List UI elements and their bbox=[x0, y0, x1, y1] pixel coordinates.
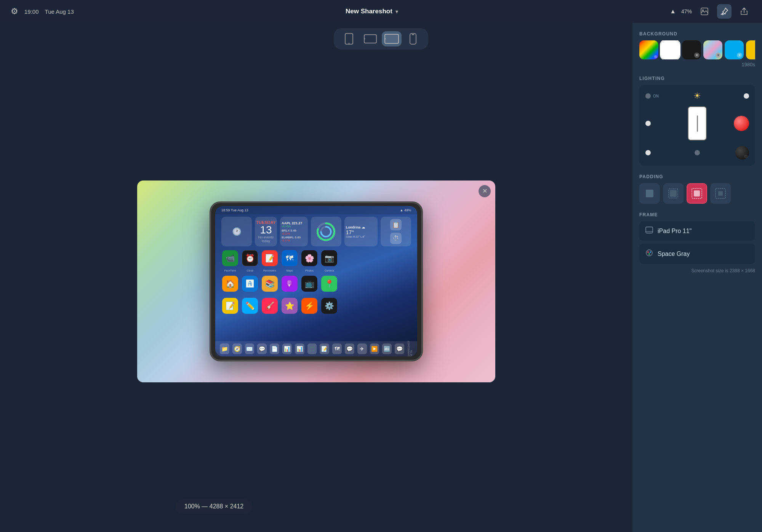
light-dot-topright[interactable] bbox=[744, 93, 749, 99]
instruments-icon: 🗺 bbox=[282, 250, 298, 266]
battery-indicator: 47% bbox=[681, 8, 692, 14]
settings-icon[interactable]: ⚙ bbox=[11, 6, 18, 16]
svg-rect-5 bbox=[364, 35, 376, 43]
app-title: New Shareshot bbox=[346, 8, 392, 15]
widget-weather: Londrina ☁ 17° Clear H:22° L:8° bbox=[344, 217, 378, 246]
red-light-dot[interactable] bbox=[734, 116, 749, 131]
freeform-icon: ✏️ bbox=[242, 298, 258, 314]
ipad-screen: 18:59 Tue Aug 13 ▲ 49% 🕐 TUESDAY 13 No e… bbox=[215, 206, 417, 356]
device-ipad-landscape[interactable] bbox=[360, 31, 380, 46]
dock-safari: 🧭 bbox=[232, 343, 242, 354]
wifi-icon: ▲ bbox=[670, 8, 676, 15]
topbar-center: New Shareshot ▾ bbox=[346, 8, 398, 15]
dock-mail: ✉️ bbox=[245, 343, 255, 354]
settings-app-icon: ⚙️ bbox=[321, 298, 337, 314]
title-dropdown-arrow[interactable]: ▾ bbox=[395, 9, 398, 14]
screenshot-size-container: Screenshot size is 2388 × 1668 bbox=[639, 267, 755, 274]
shortcuts-icon: ⚡ bbox=[301, 298, 317, 314]
findmy-icon: 📍 bbox=[321, 276, 337, 292]
swatch-gradient-1980s[interactable]: ☀ bbox=[703, 40, 722, 59]
svg-rect-10 bbox=[412, 34, 414, 35]
lighting-bottomleft bbox=[645, 150, 682, 155]
frame-color-label: Space Gray bbox=[658, 251, 690, 257]
svg-rect-15 bbox=[646, 190, 653, 197]
swatch-cyan[interactable]: ☀ bbox=[725, 40, 744, 59]
preview-card: ✕ 18:59 Tue Aug 13 ▲ 49% 🕐 TUESDAY bbox=[137, 181, 495, 382]
garageband-icon: 🎸 bbox=[262, 298, 278, 314]
imovie-icon: ⭐ bbox=[282, 298, 298, 314]
pin-button[interactable] bbox=[717, 4, 732, 19]
ipad-time: 18:59 Tue Aug 13 bbox=[221, 208, 248, 212]
ipad-app-grid: 📹 ⏰ 📝 🗺 🌸 📷 FaceTime Clock Reminders Map… bbox=[215, 249, 417, 315]
frame-device-option[interactable]: iPad Pro 11" bbox=[639, 221, 755, 241]
zoom-label: 100% — 4288 × 2412 bbox=[175, 499, 253, 514]
dock-messenger: 💬 bbox=[395, 343, 404, 354]
device-ipad-landscape-selected[interactable] bbox=[382, 31, 402, 46]
widget-circle bbox=[311, 217, 341, 246]
padding-small[interactable] bbox=[663, 183, 684, 204]
lighting-container: ON ☀ bbox=[639, 85, 755, 166]
padding-section: PADDING bbox=[639, 174, 755, 204]
reminders-icon: 📝 bbox=[262, 250, 278, 266]
dock-messages: 💬 bbox=[257, 343, 267, 354]
padding-title: PADDING bbox=[639, 174, 755, 179]
frame-title: FRAME bbox=[639, 212, 755, 217]
device-iphone[interactable] bbox=[403, 31, 423, 46]
close-icon: ✕ bbox=[482, 187, 487, 195]
svg-point-25 bbox=[647, 251, 649, 253]
home-icon: 🏠 bbox=[222, 276, 238, 292]
screenshot-size: Screenshot size is 2388 × 1668 bbox=[691, 268, 755, 273]
padding-none[interactable] bbox=[639, 183, 660, 204]
light-dot-midleft[interactable] bbox=[645, 121, 651, 126]
topbar-date: Tue Aug 13 bbox=[45, 8, 74, 15]
swatch-white[interactable] bbox=[661, 40, 680, 59]
appletv-icon: 📺 bbox=[301, 276, 317, 292]
lighting-section: LIGHTING ON ☀ bbox=[639, 76, 755, 166]
lighting-title: LIGHTING bbox=[639, 76, 755, 81]
padding-options bbox=[639, 183, 755, 204]
black-dot[interactable] bbox=[735, 146, 749, 160]
swatch-black[interactable]: ☀ bbox=[682, 40, 701, 59]
padding-medium[interactable] bbox=[687, 183, 707, 204]
dock-youtube: ▶️ bbox=[370, 343, 379, 354]
svg-rect-19 bbox=[694, 190, 700, 197]
share-button[interactable] bbox=[737, 4, 751, 19]
topbar: ⚙ 19:00 Tue Aug 13 New Shareshot ▾ ▲ 47% bbox=[0, 0, 762, 23]
lighting-topleft: ON bbox=[645, 93, 682, 99]
dock-numbers: 📊 bbox=[282, 343, 292, 354]
close-button[interactable]: ✕ bbox=[479, 185, 491, 197]
background-label: 1980s bbox=[639, 62, 755, 67]
svg-rect-21 bbox=[718, 191, 723, 196]
gallery-button[interactable] bbox=[697, 4, 712, 19]
sun-icon[interactable]: ☀ bbox=[693, 91, 701, 101]
widget-stocks: AAPL 221.27 +4.72% BRLX 5.46 -0.21% EURB… bbox=[280, 217, 308, 246]
widget-clock: 🕐 bbox=[221, 217, 252, 246]
dock-notes2: 📝 bbox=[320, 343, 329, 354]
lighting-midleft bbox=[645, 121, 682, 126]
lighting-on-label: ON bbox=[653, 94, 659, 98]
color-palette-icon bbox=[645, 249, 653, 259]
ipad-statusbar: 18:59 Tue Aug 13 ▲ 49% bbox=[215, 206, 417, 214]
lighting-bottomcenter bbox=[688, 150, 707, 155]
swatch-apple[interactable] bbox=[639, 40, 658, 59]
shareshot-watermark: SHARESHOT BETA bbox=[407, 340, 413, 356]
dock-files: 📁 bbox=[220, 343, 229, 354]
device-ipad-portrait[interactable] bbox=[339, 31, 359, 46]
background-title: BACKGROUND bbox=[639, 31, 755, 37]
swatch-yellow[interactable] bbox=[746, 40, 755, 59]
frame-color-option[interactable]: Space Gray bbox=[639, 244, 755, 264]
ipad-status-icons: ▲ 49% bbox=[400, 208, 411, 212]
photos-icon: 🌸 bbox=[301, 250, 317, 266]
background-swatches: ☀ ☀ ☀ bbox=[639, 40, 755, 59]
light-dot-bottomleft[interactable] bbox=[645, 150, 651, 155]
frame-device-label: iPad Pro 11" bbox=[658, 228, 692, 235]
clock-icon: ⏰ bbox=[242, 250, 258, 266]
facetime-icon: 📹 bbox=[222, 250, 238, 266]
svg-point-26 bbox=[650, 251, 651, 253]
device-toolbar bbox=[334, 28, 428, 50]
dock-telegram: ✈ bbox=[357, 343, 367, 354]
light-dot-bottomcenter[interactable] bbox=[695, 150, 700, 155]
padding-large[interactable] bbox=[710, 183, 731, 204]
topbar-right: ▲ 47% bbox=[670, 4, 751, 19]
light-dot-topleft[interactable] bbox=[645, 93, 651, 99]
